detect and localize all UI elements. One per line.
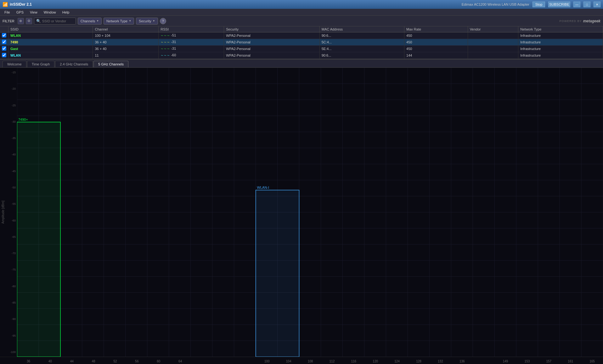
col-header-ssid[interactable]: SSID (8, 26, 93, 32)
row-network-type: Infrastructure (518, 46, 603, 52)
minimize-button[interactable]: — (573, 2, 580, 7)
row-check[interactable] (0, 32, 8, 39)
security-label: Security (139, 19, 151, 23)
col-header-vendor[interactable]: Vendor (468, 26, 518, 32)
search-box: 🔍 (34, 18, 76, 25)
col-header-channel[interactable]: Channel (93, 26, 159, 32)
powered-by-text: POWERED BY (560, 20, 582, 23)
graph-inner: 7490+WLAN-I (17, 68, 603, 357)
col-header-rssi[interactable]: RSSI (159, 26, 224, 32)
col-header-check[interactable] (0, 26, 8, 32)
maximize-button[interactable]: □ (583, 2, 590, 7)
svg-rect-49 (17, 122, 60, 357)
ytick: -30 (6, 120, 16, 123)
menu-gps[interactable]: GPS (14, 10, 26, 15)
row-check[interactable] (0, 52, 8, 59)
stop-button[interactable]: Stop (533, 2, 545, 7)
row-ssid: WLAN (8, 32, 93, 39)
x-tick-container: 3640444852566064100104108112116120124128… (18, 357, 603, 364)
ytick: -25 (6, 104, 16, 107)
ytick: -70 (6, 252, 16, 255)
row-ssid: WLAN (8, 52, 93, 59)
menu-help[interactable]: Help (60, 10, 72, 15)
search-input[interactable] (42, 19, 74, 23)
x-tick-label: 48 (83, 360, 104, 363)
table-row[interactable]: 7490 36 + 40 ～～～ -31 WPA2-Personal 5C:4.… (0, 39, 603, 46)
x-tick-label: 36 (18, 360, 39, 363)
tab-2ghz[interactable]: 2.4 GHz Channels (55, 61, 93, 67)
ytick: -15 (6, 71, 16, 74)
row-checkbox[interactable] (2, 33, 6, 37)
row-security: WPA2-Personal (224, 32, 319, 39)
security-dropdown[interactable]: Security ▼ (136, 18, 158, 25)
row-checkbox[interactable] (2, 40, 6, 44)
network-type-label: Network Type (106, 19, 127, 23)
x-tick-label: 149 (495, 360, 516, 363)
row-check[interactable] (0, 46, 8, 52)
ytick: -65 (6, 235, 16, 238)
row-checkbox[interactable] (2, 46, 6, 51)
search-icon: 🔍 (36, 19, 41, 23)
menubar: File GPS View Window Help (0, 9, 603, 16)
ytick: -90 (6, 317, 16, 321)
col-header-security[interactable]: Security (224, 26, 319, 32)
grid-lines (17, 68, 603, 357)
menu-file[interactable]: File (2, 10, 13, 15)
x-tick-label: 52 (104, 360, 126, 363)
ytick: -20 (6, 87, 16, 90)
help-button[interactable]: ? (160, 18, 166, 24)
tab-welcome[interactable]: Welcome (3, 61, 26, 67)
filter-icon-2[interactable]: ⚙ (26, 18, 32, 24)
row-network-type: Infrastructure (518, 32, 603, 39)
x-tick-label: 112 (321, 360, 343, 363)
titlebar-right: Edimax AC1200 Wireless LAN USB Adapter S… (462, 2, 600, 7)
ytick: -40 (6, 153, 16, 156)
table-row[interactable]: WLAN 11 ～～～ -60 WPA2-Personal 90:6... 14… (0, 52, 603, 59)
tab-5ghz[interactable]: 5 GHz Channels (93, 61, 128, 67)
row-vendor (468, 46, 518, 52)
menu-view[interactable]: View (27, 10, 40, 15)
row-maxrate: 450 (404, 39, 468, 46)
ytick: -85 (6, 301, 16, 304)
tab-time-graph[interactable]: Time Graph (27, 61, 55, 67)
menu-window[interactable]: Window (41, 10, 59, 15)
row-mac: 90:6... (319, 52, 404, 59)
row-vendor (468, 32, 518, 39)
y-ticks: -15 -20 -25 -30 -35 -40 -45 -50 -55 -60 … (6, 68, 17, 357)
row-checkbox[interactable] (2, 53, 6, 57)
x-tick-label: 100 (256, 360, 278, 363)
close-button[interactable]: ✕ (594, 2, 600, 7)
filter-icon-1[interactable]: ⊕ (18, 18, 24, 24)
network-table: SSID Channel RSSI Security MAC Address M… (0, 26, 603, 59)
metageek-logo: metageek (583, 19, 600, 23)
col-header-network-type[interactable]: Network Type (518, 26, 603, 32)
titlebar: 📶 inSSIDer 2.1 Edimax AC1200 Wireless LA… (0, 0, 603, 9)
ytick: -95 (6, 334, 16, 337)
app-icon: 📶 (3, 2, 8, 7)
x-tick-label: 120 (364, 360, 386, 363)
x-tick-label: 60 (148, 360, 169, 363)
row-rssi: ～～～ -31 (159, 39, 224, 46)
channels-dropdown[interactable]: Channels ▼ (78, 18, 102, 25)
ytick: -45 (6, 170, 16, 173)
row-maxrate: 450 (404, 32, 468, 39)
col-header-mac[interactable]: MAC Address (319, 26, 404, 32)
network-type-dropdown[interactable]: Network Type ▼ (104, 18, 134, 25)
subscribe-button[interactable]: SUBSCRIBE (548, 2, 570, 7)
table-row[interactable]: WLAN 100 + 104 ～～～ -51 WPA2-Personal 90:… (0, 32, 603, 39)
channels-label: Channels (81, 19, 95, 23)
x-tick-label: 44 (61, 360, 83, 363)
network-type-chevron: ▼ (129, 20, 131, 22)
svg-text:7490+: 7490+ (18, 118, 28, 121)
x-tick-label: 132 (430, 360, 451, 363)
row-mac: 5E:4... (319, 46, 404, 52)
x-tick-label: 128 (408, 360, 430, 363)
col-header-maxrate[interactable]: Max Rate (404, 26, 468, 32)
x-axis: 3640444852566064100104108112116120124128… (0, 357, 603, 364)
table-row[interactable]: Gast 36 + 40 ～～～ -31 WPA2-Personal 5E:4.… (0, 46, 603, 52)
x-tick-label: 161 (560, 360, 581, 363)
row-vendor (468, 52, 518, 59)
x-tick-label: 165 (581, 360, 603, 363)
powered-by: POWERED BY metageek (560, 19, 600, 23)
row-check[interactable] (0, 39, 8, 46)
